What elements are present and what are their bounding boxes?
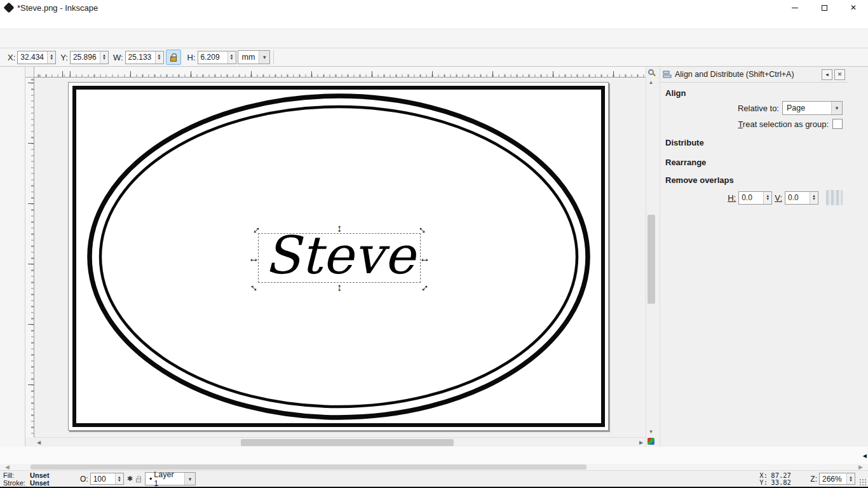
x-field-label: X: bbox=[8, 53, 15, 62]
chevron-down-icon: ▾ bbox=[259, 51, 269, 64]
y-field-spinner[interactable]: ▲▼ bbox=[100, 51, 108, 64]
w-field-spinner[interactable]: ▲▼ bbox=[155, 51, 163, 64]
overlap-h-value[interactable]: 0.0 bbox=[739, 192, 763, 204]
fill-value: Unset bbox=[30, 471, 50, 479]
cursor-x-value: 87.27 bbox=[771, 472, 791, 479]
zoom-corner-icon[interactable] bbox=[648, 69, 654, 75]
maximize-icon bbox=[822, 5, 827, 11]
overlap-v-value[interactable]: 0.0 bbox=[785, 192, 810, 204]
horizontal-scroll-thumb[interactable] bbox=[241, 439, 454, 446]
scroll-left-arrow[interactable]: ◀ bbox=[34, 438, 43, 447]
vertical-scroll-track[interactable] bbox=[648, 86, 655, 427]
unit-select[interactable]: mm ▾ bbox=[238, 50, 271, 64]
x-field-value[interactable]: 32.434 bbox=[18, 51, 47, 64]
window-controls: ✕ bbox=[780, 0, 868, 15]
panel-close-button[interactable]: ✕ bbox=[834, 69, 845, 80]
fill-stroke-indicator[interactable]: Fill:Unset Stroke:Unset bbox=[0, 471, 78, 487]
scroll-right-arrow[interactable]: ▶ bbox=[637, 438, 646, 447]
commands-toolbar bbox=[0, 29, 868, 48]
palette-scrollbar[interactable]: ◀ ▶ bbox=[0, 464, 868, 470]
toolbar-separator bbox=[273, 50, 274, 64]
treat-as-group-checkbox[interactable] bbox=[832, 119, 843, 129]
lock-ratio-toggle[interactable] bbox=[166, 50, 181, 65]
stroke-label: Stroke: bbox=[3, 479, 30, 487]
overlap-h-field[interactable]: 0.0 ▲▼ bbox=[738, 191, 772, 205]
zoom-value[interactable]: 266% bbox=[820, 473, 846, 484]
layer-visibility-icon[interactable]: ✱ bbox=[127, 475, 133, 483]
minimize-button[interactable] bbox=[780, 0, 810, 15]
scroll-up-arrow[interactable]: ▲ bbox=[647, 78, 656, 86]
remove-overlaps-button[interactable] bbox=[826, 190, 843, 205]
overlap-v-label: V: bbox=[775, 193, 782, 203]
w-field-value[interactable]: 25.133 bbox=[126, 51, 155, 64]
zoom-field[interactable]: 266% ▲▼ bbox=[819, 473, 855, 485]
cursor-x-label: X: bbox=[759, 472, 768, 479]
align-section-label: Align bbox=[665, 88, 848, 98]
relative-to-label: Relative to: bbox=[738, 104, 779, 113]
cursor-y-label: Y: bbox=[759, 479, 768, 486]
scale-handle-bottom[interactable]: ↕ bbox=[337, 282, 342, 293]
window-title: *Steve.png - Inkscape bbox=[17, 3, 98, 13]
layer-bullet: • bbox=[149, 475, 152, 484]
h-field-value[interactable]: 6.209 bbox=[198, 51, 227, 64]
layer-name: Layer 1 bbox=[154, 470, 180, 488]
palette-scroll-thumb[interactable] bbox=[31, 464, 587, 470]
h-field-spinner[interactable]: ▲▼ bbox=[227, 51, 236, 64]
lock-icon bbox=[170, 57, 177, 62]
color-management-icon[interactable] bbox=[648, 438, 654, 445]
chevron-down-icon: ▾ bbox=[831, 102, 842, 114]
palette-scroll-left-arrow[interactable]: ◀ bbox=[0, 464, 15, 470]
title-bar: *Steve.png - Inkscape ✕ bbox=[0, 0, 868, 15]
canvas[interactable]: Steve ↔ ↔ ↔ ↔ ↕ ↕ ↔ ↔ bbox=[34, 78, 646, 437]
selection-box[interactable]: Steve ↔ ↔ ↔ ↔ ↕ ↕ ↔ ↔ bbox=[258, 233, 421, 283]
opacity-value[interactable]: 100 bbox=[91, 473, 115, 484]
panel-collapse-button[interactable]: ◂ bbox=[822, 69, 832, 80]
relative-to-select[interactable]: Page ▾ bbox=[782, 101, 843, 115]
h-field-label: H: bbox=[187, 53, 196, 62]
panel-title: Align and Distribute (Shift+Ctrl+A) bbox=[675, 70, 794, 79]
vertical-scrollbar[interactable]: ▲ ▼ bbox=[646, 67, 656, 447]
horizontal-scrollbar[interactable]: ◀ ▶ bbox=[34, 437, 646, 447]
scroll-down-arrow[interactable]: ▼ bbox=[647, 427, 656, 436]
palette-menu-arrow[interactable]: ◀ bbox=[863, 453, 867, 459]
vertical-scroll-thumb[interactable] bbox=[648, 215, 655, 304]
resize-grip[interactable] bbox=[859, 478, 867, 486]
y-field[interactable]: 25.896 ▲▼ bbox=[70, 51, 109, 64]
stroke-value: Unset bbox=[30, 479, 50, 487]
layer-lock-icon[interactable] bbox=[136, 478, 141, 482]
scale-handle-top[interactable]: ↕ bbox=[337, 223, 342, 234]
opacity-field[interactable]: 100 ▲▼ bbox=[90, 473, 124, 485]
overlap-h-spinner[interactable]: ▲▼ bbox=[763, 192, 771, 204]
scale-handle-right[interactable]: ↔ bbox=[419, 253, 430, 264]
w-field[interactable]: 25.133 ▲▼ bbox=[125, 51, 164, 64]
status-bar: Fill:Unset Stroke:Unset O: 100 ▲▼ ✱ • La… bbox=[0, 470, 868, 488]
distribute-section-label: Distribute bbox=[665, 138, 848, 147]
layer-select[interactable]: • Layer 1 ▾ bbox=[145, 472, 196, 485]
palette-scroll-right-arrow[interactable]: ▶ bbox=[853, 464, 868, 470]
zoom-spinner[interactable]: ▲▼ bbox=[846, 473, 855, 484]
palette-swatches bbox=[0, 447, 868, 464]
overlap-v-spinner[interactable]: ▲▼ bbox=[810, 192, 818, 204]
menu-bar bbox=[0, 15, 868, 29]
horizontal-scroll-track[interactable] bbox=[43, 439, 637, 446]
y-field-label: Y: bbox=[60, 53, 68, 62]
scale-handle-left[interactable]: ↔ bbox=[248, 253, 259, 264]
close-icon: ✕ bbox=[850, 3, 857, 12]
horizontal-ruler[interactable] bbox=[34, 67, 646, 78]
maximize-button[interactable] bbox=[810, 0, 839, 15]
x-field-spinner[interactable]: ▲▼ bbox=[47, 51, 55, 64]
rearrange-section-label: Rearrange bbox=[665, 158, 848, 167]
cursor-coordinates: X:87.27 Y:33.82 bbox=[759, 472, 805, 486]
opacity-spinner[interactable]: ▲▼ bbox=[115, 473, 123, 484]
minimize-icon bbox=[792, 8, 798, 8]
opacity-label: O: bbox=[80, 475, 88, 484]
palette-scroll-track[interactable] bbox=[15, 464, 853, 470]
y-field-value[interactable]: 25.896 bbox=[71, 51, 100, 64]
w-field-label: W: bbox=[113, 53, 123, 62]
relative-to-value: Page bbox=[783, 102, 831, 114]
x-field[interactable]: 32.434 ▲▼ bbox=[17, 51, 56, 64]
close-button[interactable]: ✕ bbox=[839, 0, 868, 15]
vertical-ruler[interactable] bbox=[25, 78, 34, 437]
h-field[interactable]: 6.209 ▲▼ bbox=[198, 51, 236, 64]
overlap-v-field[interactable]: 0.0 ▲▼ bbox=[785, 191, 818, 205]
